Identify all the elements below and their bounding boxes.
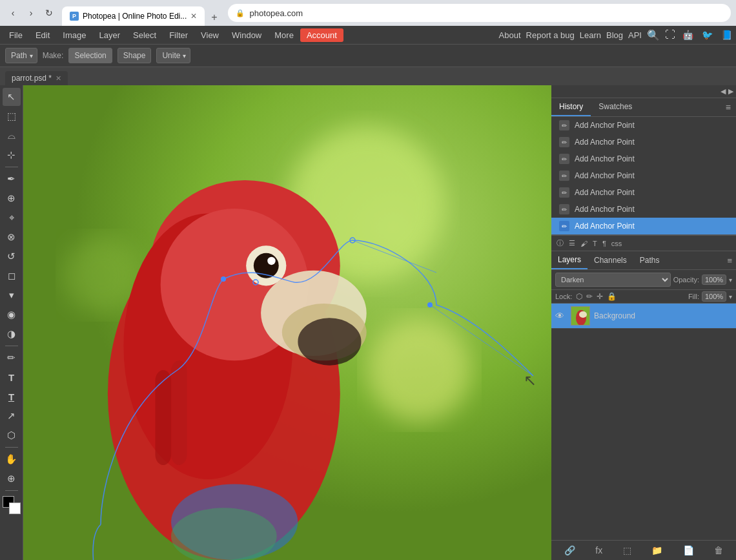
blend-mode-select[interactable]: Darken (555, 273, 671, 287)
make-selection-button[interactable]: Selection (68, 48, 112, 63)
tab-channels[interactable]: Channels (588, 252, 633, 269)
layers-panel: Layers Channels Paths ≡ Darken Opacity: … (551, 251, 736, 560)
file-tab-parrot[interactable]: parrot.psd * ✕ (5, 71, 68, 85)
menu-more[interactable]: More (268, 28, 300, 42)
color-swatches[interactable] (3, 496, 21, 514)
tab-layers[interactable]: Layers (551, 251, 588, 269)
tool-type-mask[interactable]: T (3, 388, 21, 406)
blog-link[interactable]: Blog (606, 30, 623, 40)
text-icon[interactable]: T (590, 238, 600, 249)
history-panel-menu-icon[interactable]: ≡ (721, 99, 736, 115)
history-item-4[interactable]: ✏ Add Anchor Point (551, 167, 736, 184)
tool-move[interactable]: ↖ (3, 88, 21, 106)
menu-edit[interactable]: Edit (29, 28, 56, 42)
refresh-button[interactable]: ↻ (41, 5, 57, 21)
learn-link[interactable]: Learn (580, 30, 601, 40)
layer-visibility-icon[interactable]: 👁 (555, 311, 567, 321)
fill-dropdown-icon[interactable]: ▾ (729, 293, 732, 300)
new-tab-button[interactable]: + (206, 9, 222, 26)
layers-panel-menu-icon[interactable]: ≡ (723, 253, 736, 268)
properties-icon[interactable]: ☰ (566, 238, 578, 249)
tool-zoom[interactable]: ⊕ (3, 470, 21, 488)
history-item-7[interactable]: ✏ Add Anchor Point (551, 218, 736, 234)
tool-brush[interactable]: ⌖ (3, 209, 21, 227)
new-layer-button[interactable]: 📄 (680, 543, 697, 557)
tool-fill[interactable]: ▾ (3, 286, 21, 304)
twitter-icon[interactable]: 🐦 (700, 28, 714, 42)
history-item-1[interactable]: ✏ Add Anchor Point (551, 117, 736, 134)
tool-shape[interactable]: ⬡ (3, 426, 21, 444)
unite-dropdown[interactable]: Unite ▾ (156, 48, 190, 63)
api-link[interactable]: API (628, 30, 642, 40)
facebook-icon[interactable]: 📘 (719, 28, 733, 42)
menu-file[interactable]: File (3, 28, 29, 42)
menu-filter[interactable]: Filter (163, 28, 194, 42)
tab-close-button[interactable]: ✕ (190, 12, 197, 21)
back-button[interactable]: ‹ (5, 5, 21, 21)
fullscreen-icon[interactable]: ⛶ (665, 29, 675, 41)
make-shape-button[interactable]: Shape (118, 48, 152, 63)
file-tab-close-icon[interactable]: ✕ (56, 74, 61, 83)
tool-text[interactable]: T (3, 368, 21, 386)
menu-select[interactable]: Select (127, 28, 163, 42)
lock-transparent-icon[interactable]: ⬡ (576, 292, 582, 301)
tool-clone[interactable]: ⊗ (3, 228, 21, 246)
layer-effects-button[interactable]: fx (592, 543, 606, 557)
tool-dodge[interactable]: ◑ (3, 325, 21, 343)
address-bar[interactable]: 🔒 photopea.com (228, 4, 731, 22)
delete-layer-button[interactable]: 🗑 (711, 543, 726, 557)
opacity-input[interactable] (702, 275, 726, 285)
menu-image[interactable]: Image (56, 28, 92, 42)
lock-image-icon[interactable]: ✏ (586, 292, 593, 301)
about-link[interactable]: About (499, 30, 521, 40)
tool-eyedropper[interactable]: ✒ (3, 170, 21, 188)
add-mask-button[interactable]: ⬚ (620, 543, 635, 557)
tool-blur[interactable]: ◉ (3, 306, 21, 324)
tool-path-selection[interactable]: ↗ (3, 407, 21, 425)
search-icon[interactable]: 🔍 (647, 29, 660, 41)
reddit-icon[interactable]: 🤖 (680, 28, 695, 42)
history-item-2[interactable]: ✏ Add Anchor Point (551, 134, 736, 150)
tab-swatches[interactable]: Swatches (591, 98, 640, 116)
panel-right-arrow[interactable]: ▶ (728, 87, 733, 96)
panel-collapse-bar: ◀ ▶ (551, 85, 736, 98)
fill-control: Fill: ▾ (688, 291, 732, 302)
menu-window[interactable]: Window (225, 28, 268, 42)
fill-input[interactable] (702, 291, 726, 302)
tool-hand[interactable]: ✋ (3, 450, 21, 468)
menu-account[interactable]: Account (300, 28, 343, 42)
report-bug-link[interactable]: Report a bug (526, 30, 575, 40)
tab-paths[interactable]: Paths (633, 252, 666, 269)
browser-tab[interactable]: P Photopea | Online Photo Edi... ✕ (62, 6, 205, 26)
lock-position-icon[interactable]: ✛ (597, 292, 603, 301)
canvas-area[interactable]: ↖ (23, 85, 551, 560)
menu-view[interactable]: View (194, 28, 225, 42)
forward-button[interactable]: › (23, 5, 39, 21)
tool-history-brush[interactable]: ↺ (3, 247, 21, 265)
path-type-dropdown[interactable]: Path ▾ (5, 48, 37, 63)
tool-healing[interactable]: ⊕ (3, 189, 21, 207)
tool-selection[interactable]: ⬚ (3, 107, 21, 125)
tab-history[interactable]: History (551, 98, 591, 116)
link-layers-button[interactable]: 🔗 (561, 543, 578, 557)
brush-settings-icon[interactable]: 🖌 (578, 238, 590, 249)
panel-left-arrow[interactable]: ◀ (721, 87, 726, 96)
css-icon[interactable]: css (609, 238, 625, 249)
history-item-icon: ✏ (559, 120, 569, 130)
layer-item-background[interactable]: 👁 Background (551, 304, 736, 329)
history-item-3[interactable]: ✏ Add Anchor Point (551, 150, 736, 167)
menu-layer[interactable]: Layer (93, 28, 127, 42)
history-item-6[interactable]: ✏ Add Anchor Point (551, 201, 736, 218)
tool-eraser[interactable]: ◻ (3, 267, 21, 285)
info-icon[interactable]: ⓘ (554, 237, 566, 249)
paragraph-icon[interactable]: ¶ (600, 238, 609, 249)
new-group-button[interactable]: 📁 (648, 543, 666, 557)
tool-pen[interactable]: ✏ (3, 349, 21, 367)
lock-all-icon[interactable]: 🔒 (607, 292, 617, 301)
background-color[interactable] (9, 503, 21, 514)
history-item-5[interactable]: ✏ Add Anchor Point (551, 184, 736, 201)
fill-label: Fill: (688, 293, 699, 300)
opacity-dropdown-icon[interactable]: ▾ (729, 276, 732, 284)
tool-crop[interactable]: ⊹ (3, 146, 21, 164)
tool-lasso[interactable]: ⌓ (3, 127, 21, 145)
